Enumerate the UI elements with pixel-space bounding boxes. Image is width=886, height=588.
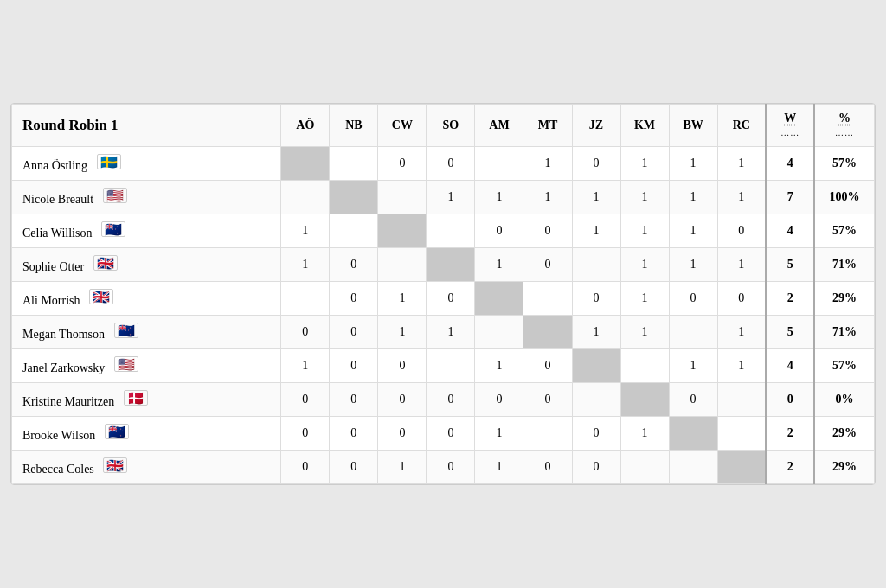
- player-cell-bw: Brooke Wilson 🇳🇿: [12, 417, 281, 451]
- pct-cell: 0%: [814, 383, 874, 417]
- col-header-ao: AÖ: [281, 105, 330, 147]
- result-cell: 0: [427, 282, 475, 316]
- player-flag: 🇬🇧: [93, 255, 118, 271]
- result-cell: 1: [717, 147, 766, 181]
- pct-cell: 29%: [814, 451, 874, 484]
- player-name: Sophie Otter: [22, 260, 84, 273]
- result-cell: [572, 383, 620, 417]
- player-cell-mt: Megan Thomson 🇳🇿: [12, 316, 281, 349]
- result-cell: 0: [572, 282, 620, 316]
- result-cell: 1: [669, 214, 717, 248]
- player-flag: 🇺🇸: [114, 356, 138, 372]
- result-cell: 1: [620, 248, 669, 282]
- player-flag: 🇳🇿: [101, 221, 125, 237]
- result-cell: 0: [523, 248, 572, 282]
- result-cell: 1: [669, 181, 717, 214]
- result-cell: 0: [378, 417, 427, 451]
- result-cell: 1: [475, 248, 523, 282]
- result-cell: [620, 349, 669, 383]
- result-cell: 1: [378, 451, 427, 484]
- result-cell: 0: [427, 383, 475, 417]
- diagonal-cell: [330, 181, 378, 214]
- result-cell: [669, 316, 717, 349]
- player-name: Anna Östling: [22, 159, 87, 172]
- result-cell: 0: [475, 214, 523, 248]
- col-header-wins: W……: [766, 105, 814, 147]
- result-cell: [281, 282, 330, 316]
- result-cell: 0: [330, 282, 378, 316]
- result-cell: 1: [475, 417, 523, 451]
- result-cell: 0: [669, 383, 717, 417]
- result-cell: 1: [620, 282, 669, 316]
- pct-cell: 29%: [814, 417, 874, 451]
- diagonal-cell: [717, 451, 766, 484]
- result-cell: 1: [620, 316, 669, 349]
- result-cell: [620, 451, 669, 484]
- table-title: Round Robin 1: [12, 105, 281, 147]
- result-cell: 0: [330, 417, 378, 451]
- result-cell: 1: [427, 316, 475, 349]
- result-cell: 0: [281, 451, 330, 484]
- result-cell: 0: [475, 383, 523, 417]
- result-cell: 1: [475, 451, 523, 484]
- player-name: Janel Zarkowsky: [22, 361, 105, 374]
- col-header-bw: BW: [669, 105, 717, 147]
- player-flag: 🇬🇧: [103, 457, 127, 473]
- result-cell: 0: [281, 316, 330, 349]
- result-cell: 1: [572, 214, 620, 248]
- wins-cell: 2: [766, 417, 814, 451]
- result-cell: 0: [378, 383, 427, 417]
- result-cell: 1: [620, 147, 669, 181]
- result-cell: 1: [717, 349, 766, 383]
- result-cell: 1: [717, 316, 766, 349]
- result-cell: 0: [523, 349, 572, 383]
- result-cell: 0: [330, 451, 378, 484]
- col-header-cw: CW: [378, 105, 427, 147]
- result-cell: 0: [523, 383, 572, 417]
- result-cell: 1: [572, 316, 620, 349]
- result-cell: 0: [378, 147, 427, 181]
- pct-cell: 57%: [814, 147, 874, 181]
- result-cell: [475, 147, 523, 181]
- wins-cell: 7: [766, 181, 814, 214]
- result-cell: 0: [669, 282, 717, 316]
- wins-cell: 2: [766, 451, 814, 484]
- diagonal-cell: [523, 316, 572, 349]
- diagonal-cell: [572, 349, 620, 383]
- diagonal-cell: [620, 383, 669, 417]
- wins-cell: 4: [766, 214, 814, 248]
- result-cell: 1: [378, 316, 427, 349]
- col-header-so: SO: [427, 105, 475, 147]
- player-name: Rebecca Coles: [22, 463, 94, 476]
- result-cell: 1: [427, 181, 475, 214]
- diagonal-cell: [475, 282, 523, 316]
- result-cell: 1: [475, 181, 523, 214]
- diagonal-cell: [669, 417, 717, 451]
- wins-cell: 2: [766, 282, 814, 316]
- result-cell: 1: [669, 248, 717, 282]
- wins-cell: 0: [766, 383, 814, 417]
- result-cell: 1: [669, 147, 717, 181]
- col-header-am: AM: [475, 105, 523, 147]
- result-cell: 1: [620, 181, 669, 214]
- result-cell: 0: [523, 214, 572, 248]
- col-header-jz: JZ: [572, 105, 620, 147]
- result-cell: [572, 248, 620, 282]
- result-cell: 0: [330, 349, 378, 383]
- player-cell-so: Sophie Otter 🇬🇧: [12, 248, 281, 282]
- player-cell-rc: Rebecca Coles 🇬🇧: [12, 451, 281, 484]
- result-cell: [717, 417, 766, 451]
- result-cell: [281, 181, 330, 214]
- pct-cell: 71%: [814, 316, 874, 349]
- result-cell: [427, 214, 475, 248]
- result-cell: 0: [281, 383, 330, 417]
- wins-cell: 4: [766, 349, 814, 383]
- player-cell-aö: Anna Östling 🇸🇪: [12, 147, 281, 181]
- result-cell: [523, 282, 572, 316]
- player-flag: 🇬🇧: [89, 289, 113, 304]
- player-flag: 🇺🇸: [103, 188, 127, 203]
- result-cell: 0: [330, 383, 378, 417]
- result-cell: [717, 383, 766, 417]
- player-name: Nicole Breault: [22, 193, 93, 206]
- col-header-pct: %……: [814, 105, 874, 147]
